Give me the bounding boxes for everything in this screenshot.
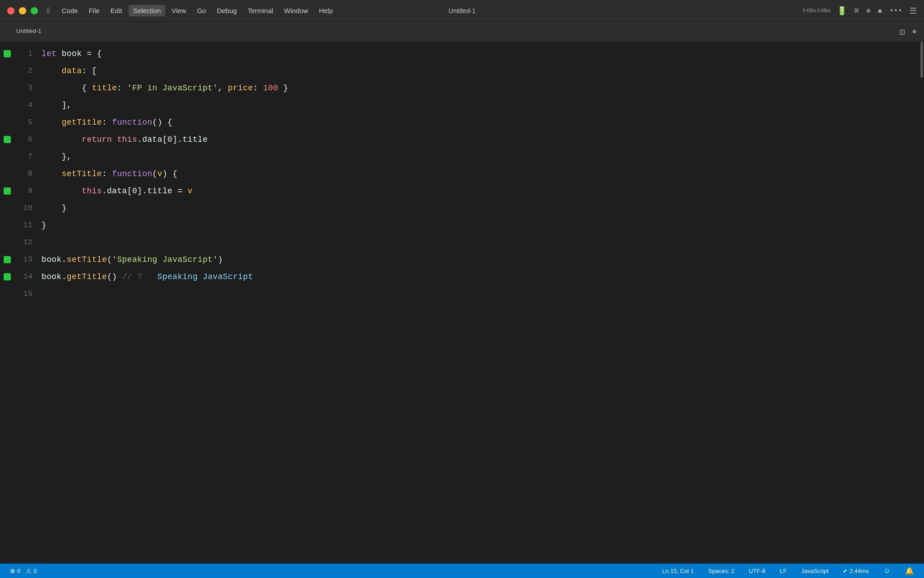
close-button[interactable] [7,7,14,14]
menu-view[interactable]: View [167,5,190,16]
line-ending[interactable]: LF [777,567,790,575]
split-editor-icon[interactable]: ◫ [900,27,905,37]
traffic-lights [7,7,38,14]
breakpoint-dot [4,50,11,57]
token: . [62,255,67,264]
token [42,66,62,75]
ln-col-text: Ln 15, Col 1 [662,568,694,574]
breakpoint-13[interactable] [0,256,14,263]
token: ) { [162,169,178,178]
scrollbar-thumb[interactable] [920,42,923,78]
token: function [112,118,152,127]
tab-untitled[interactable]: Untitled-1 [7,25,51,38]
line-number-11: 11 [14,217,42,234]
token: : [ [82,66,97,75]
encoding-text: UTF-8 [749,568,766,574]
token: ], [62,101,72,110]
token [42,152,62,161]
code-line-7: 7 }, [0,148,918,165]
code-content-14: book.getTitle() // ? Speaking JavaScript [42,268,909,285]
menu-bar:  Code File Edit Selection View Go Debug… [47,5,337,16]
token [42,169,62,178]
error-count[interactable]: ⊗ 0 ⚠ 0 [7,566,39,575]
menu-code[interactable]: Code [57,5,83,16]
line-number-7: 7 [14,148,42,165]
token: this [117,135,137,144]
indentation[interactable]: Spaces: 2 [706,567,737,575]
menu-debug[interactable]: Debug [213,5,241,16]
maximize-button[interactable] [31,7,38,14]
menu-window[interactable]: Window [280,5,313,16]
list-icon[interactable]: ☰ [910,6,917,16]
line-number-1: 1 [14,45,42,62]
more-icon[interactable]: ••• [889,7,902,15]
breakpoint-dot [4,136,11,143]
menu-terminal[interactable]: Terminal [243,5,278,16]
statusbar-left: ⊗ 0 ⚠ 0 [7,566,39,575]
breakpoint-14[interactable] [0,273,14,280]
menu-go[interactable]: Go [193,5,211,16]
cursor-position[interactable]: Ln 15, Col 1 [660,567,697,575]
timing-text: ✔ 2.44ms [843,568,869,574]
code-line-11: 11} [0,217,918,234]
notification-icon[interactable]: 🔔 [902,566,917,576]
token: ( [107,255,112,264]
menu-file[interactable]: File [84,5,104,16]
code-line-6: 6 return this.data[0].title [0,131,918,148]
dot-icon: ● [912,27,917,36]
line-number-13: 13 [14,251,42,268]
error-icon: ⊗ [10,567,15,574]
breakpoint-1[interactable] [0,50,14,57]
account-icon: ⊕ [866,6,871,15]
token: .data[0].title [137,135,208,144]
tab-bar: Untitled-1 ◫ ● [0,22,924,42]
token [112,135,117,144]
token: } [42,221,46,230]
menu-edit[interactable]: Edit [106,5,127,16]
token: : [117,84,127,93]
token: 'Speaking JavaScript' [112,255,217,264]
token: v [188,186,193,196]
line-number-8: 8 [14,165,42,182]
feedback-icon[interactable]: ☺ [881,566,893,576]
bell-icon: 🔔 [905,567,914,575]
code-content-10: } [42,200,909,217]
code-line-14: 14book.getTitle() // ? Speaking JavaScri… [0,268,918,285]
token: data [62,66,82,75]
code-line-4: 4 ], [0,97,918,114]
token: } [42,204,67,213]
code-line-1: 1let book = { [0,45,918,62]
code-line-10: 10 } [0,200,918,217]
breakpoint-9[interactable] [0,187,14,195]
token: 100 [263,84,278,93]
apple-logo-icon[interactable]:  [47,6,52,15]
minimize-button[interactable] [19,7,26,14]
menu-help[interactable]: Help [314,5,337,16]
scrollbar[interactable] [918,42,924,564]
code-content-1: let book = { [42,45,909,62]
titlebar:  Code File Edit Selection View Go Debug… [0,0,924,22]
token: () { [152,118,173,127]
language-mode[interactable]: JavaScript [799,567,832,575]
language-text: JavaScript [801,568,829,574]
line-ending-text: LF [780,568,787,574]
encoding[interactable]: UTF-8 [746,567,768,575]
breakpoint-6[interactable] [0,136,14,143]
code-line-8: 8 setTitle: function(v) { [0,165,918,182]
breakpoint-dot [4,256,11,263]
code-line-15: 15 [0,285,918,303]
tab-right-icons: ◫ ● [900,27,924,37]
token: Speaking JavaScript [147,272,253,281]
token [42,186,82,196]
titlebar-right: 0 KB/s 0 KB/s 🔋 ⌘ ⊕ ◆ ••• ☰ [803,6,917,16]
token: price [228,84,253,93]
editor[interactable]: 1let book = {2 data: [3 { title: 'FP in … [0,42,918,564]
line-number-6: 6 [14,131,42,148]
statusbar: ⊗ 0 ⚠ 0 Ln 15, Col 1 Spaces: 2 UTF-8 LF … [0,564,924,578]
timing[interactable]: ✔ 2.44ms [840,567,871,575]
wifi-icon: ⌘ [854,6,859,16]
menu-selection[interactable]: Selection [129,5,166,16]
token [42,118,62,127]
token: book [62,49,82,58]
network-speed: 0 KB/s 0 KB/s [803,8,831,14]
